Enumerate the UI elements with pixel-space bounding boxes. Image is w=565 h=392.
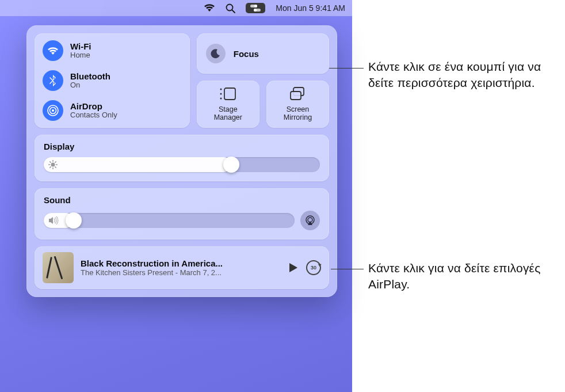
- wifi-label: Wi-Fi: [70, 41, 91, 51]
- display-label: Display: [44, 142, 320, 151]
- airplay-audio-button[interactable]: [300, 211, 320, 230]
- svg-rect-12: [224, 88, 235, 100]
- menubar: Mon Jun 5 9:41 AM: [0, 0, 352, 16]
- screen-mirroring-button[interactable]: Screen Mirroring: [266, 81, 329, 128]
- callout-line: [331, 269, 364, 269]
- airdrop-icon: [43, 100, 63, 121]
- airdrop-toggle[interactable]: AirDrop Contacts Only: [43, 100, 182, 121]
- airplay-icon: [304, 215, 316, 226]
- desktop-background: Mon Jun 5 9:41 AM Wi-Fi Home: [0, 0, 352, 392]
- airdrop-status: Contacts Only: [70, 111, 117, 120]
- play-button[interactable]: [289, 262, 298, 273]
- sound-label: Sound: [44, 195, 320, 205]
- wifi-menubar-icon[interactable]: [204, 4, 215, 12]
- stage-manager-label: Stage Manager: [214, 105, 242, 121]
- svg-line-23: [55, 162, 56, 162]
- svg-line-22: [50, 167, 51, 168]
- moon-icon: [206, 44, 226, 63]
- brightness-icon: [48, 160, 58, 169]
- svg-point-0: [227, 4, 233, 10]
- sound-tile: Sound: [35, 188, 329, 239]
- media-track-subtitle: The Kitchen Sisters Present - March 7, 2…: [81, 268, 282, 277]
- stage-manager-button[interactable]: Stage Manager: [197, 81, 259, 128]
- airplay-callout-text: Κάντε κλικ για να δείτε επιλογές AirPlay…: [368, 260, 552, 293]
- screen-mirroring-label: Screen Mirroring: [284, 105, 312, 121]
- control-center-panel: Wi-Fi Home Bluetooth On: [26, 25, 337, 297]
- focus-button[interactable]: Focus: [197, 33, 329, 74]
- control-center-menubar-icon[interactable]: [246, 3, 265, 13]
- wifi-icon: [43, 40, 63, 61]
- svg-line-21: [55, 167, 56, 168]
- display-brightness-slider[interactable]: [44, 157, 320, 172]
- stage-manager-icon: [219, 87, 236, 101]
- focus-callout-text: Κάντε κλικ σε ένα κουμπί για να δείτε πε…: [368, 59, 558, 92]
- speaker-icon: [48, 216, 59, 224]
- media-track-title: Black Reconstruction in America...: [81, 258, 282, 268]
- display-tile: Display: [35, 135, 329, 181]
- svg-point-11: [220, 98, 222, 100]
- airdrop-label: AirDrop: [70, 101, 117, 111]
- bluetooth-status: On: [70, 81, 110, 90]
- album-art: [43, 252, 74, 283]
- skip-forward-30-button[interactable]: 30: [306, 260, 321, 275]
- svg-point-10: [220, 93, 222, 95]
- now-playing-tile[interactable]: Black Reconstruction in America... The K…: [35, 246, 329, 289]
- svg-point-8: [52, 109, 54, 112]
- svg-line-1: [232, 10, 235, 13]
- callout-line: [329, 68, 364, 68]
- bluetooth-label: Bluetooth: [70, 71, 110, 81]
- menubar-datetime[interactable]: Mon Jun 5 9:41 AM: [276, 3, 345, 13]
- svg-point-3: [254, 5, 257, 7]
- connectivity-tile[interactable]: Wi-Fi Home Bluetooth On: [35, 33, 190, 128]
- svg-rect-14: [291, 92, 301, 100]
- bluetooth-icon: [43, 70, 63, 91]
- bluetooth-toggle[interactable]: Bluetooth On: [43, 70, 182, 91]
- svg-point-15: [51, 163, 55, 167]
- svg-point-9: [220, 89, 222, 90]
- sound-volume-slider[interactable]: [44, 213, 295, 228]
- focus-label: Focus: [234, 49, 259, 59]
- wifi-toggle[interactable]: Wi-Fi Home: [43, 40, 182, 61]
- svg-point-5: [254, 9, 257, 12]
- screen-mirroring-icon: [289, 87, 306, 101]
- wifi-status: Home: [70, 51, 91, 60]
- spotlight-icon[interactable]: [226, 3, 235, 13]
- svg-line-20: [50, 162, 51, 162]
